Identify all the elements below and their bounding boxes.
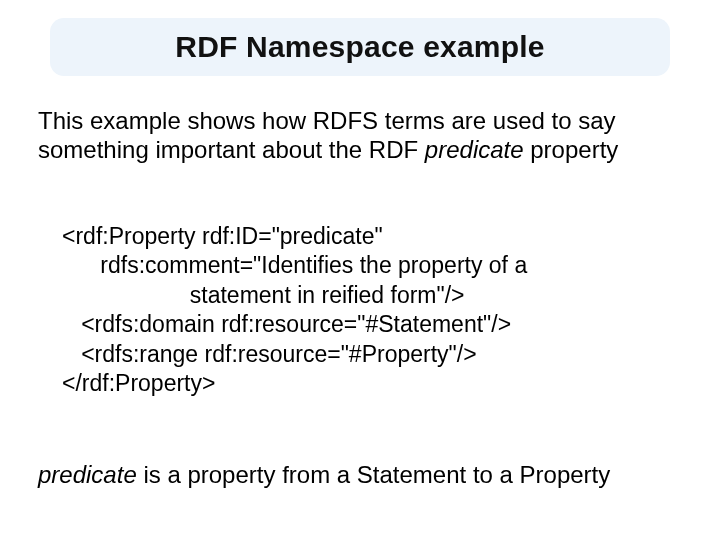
intro-text-2: property [524, 136, 619, 163]
intro-italic: predicate [425, 136, 524, 163]
code-line-2: rdfs:comment="Identifies the property of… [62, 251, 668, 280]
footer-italic: predicate [38, 461, 137, 488]
intro-paragraph: This example shows how RDFS terms are us… [38, 106, 682, 165]
code-line-1: <rdf:Property rdf:ID="predicate" [62, 222, 668, 251]
code-line-5: <rdfs:range rdf:resource="#Property"/> [62, 340, 668, 369]
code-line-3: statement in reified form"/> [62, 281, 668, 310]
code-line-6: </rdf:Property> [62, 369, 668, 398]
footer-text: is a property from a Statement to a Prop… [137, 461, 611, 488]
code-block: <rdf:Property rdf:ID="predicate" rdfs:co… [62, 222, 668, 399]
code-line-4: <rdfs:domain rdf:resource="#Statement"/> [62, 310, 668, 339]
title-box: RDF Namespace example [50, 18, 670, 76]
slide-title: RDF Namespace example [175, 30, 544, 64]
footer-paragraph: predicate is a property from a Statement… [38, 460, 682, 489]
slide: RDF Namespace example This example shows… [0, 0, 720, 540]
